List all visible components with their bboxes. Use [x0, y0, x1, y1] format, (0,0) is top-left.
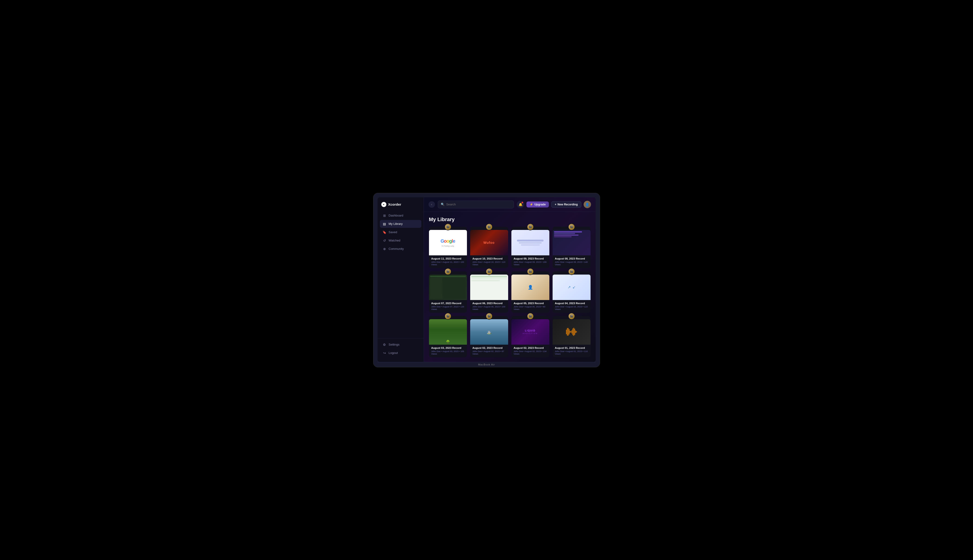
card-info: August 08, 2023 Record John Doe • August… — [553, 255, 590, 268]
sidebar: ● Xcorder ⊞ Dashboard ▤ My Library 🔖 Sav… — [378, 197, 424, 362]
card-thumbnail — [553, 230, 590, 255]
sidebar-item-community[interactable]: ⊕ Community — [380, 245, 421, 253]
card-title: August 05, 2023 Record — [514, 302, 547, 305]
card-info: August 05, 2023 Record John Doe • August… — [512, 300, 549, 313]
card-title: August 01, 2023 Record — [555, 347, 588, 349]
card-meta: John Doe • August 02, 2023 • 87 Views — [473, 350, 506, 355]
card-meta: John Doe • August 01, 2023 • 110 Views — [555, 350, 588, 355]
card-title: August 07, 2023 Record — [431, 302, 465, 305]
header-actions: 🔔 ⚡ Upgrade + New Recording 👤 — [517, 201, 591, 208]
screen: ● Xcorder ⊞ Dashboard ▤ My Library 🔖 Sav… — [378, 197, 596, 362]
recording-card[interactable]: 🎬 August 01, 2023 Record John Doe • Augu… — [553, 316, 590, 357]
card-title: August 03, 2023 Record — [431, 347, 465, 349]
recordings-grid: 🎬 Google I'm Feeling Lucky August 11, 20… — [429, 227, 590, 357]
card-thumbnail: ⛰️ — [470, 319, 508, 345]
logo-area: ● Xcorder — [378, 202, 424, 212]
notification-dot — [522, 202, 523, 203]
card-thumbnail: 👤 — [512, 275, 549, 300]
card-avatar: 🎬 — [568, 268, 575, 275]
sidebar-item-label: Watched — [389, 239, 401, 242]
card-meta: John Doe • August 05, 2023 • 80 Views — [514, 305, 547, 310]
sidebar-item-label: Settings — [389, 343, 400, 346]
notification-button[interactable]: 🔔 — [517, 201, 524, 208]
card-title: August 04, 2023 Record — [555, 302, 588, 305]
card-info: August 09, 2023 Record John Doe • August… — [512, 255, 549, 268]
card-thumbnail: Google I'm Feeling Lucky — [429, 230, 467, 255]
card-avatar: 🎬 — [486, 313, 493, 320]
sidebar-item-label: My Library — [389, 222, 403, 225]
avatar[interactable]: 👤 — [583, 201, 591, 208]
card-title: August 09, 2023 Record — [514, 257, 547, 260]
new-recording-button[interactable]: + New Recording — [551, 201, 581, 208]
card-meta: John Doe • August 09, 2023 • 199 Views — [514, 261, 547, 266]
card-meta: John Doe • August 07, 2023 • 120 Views — [431, 305, 465, 310]
card-info: August 02, 2023 Record John Doe • August… — [512, 345, 549, 357]
sidebar-item-my-library[interactable]: ▤ My Library — [380, 220, 421, 228]
card-title: August 06, 2023 Record — [473, 302, 506, 305]
back-button[interactable]: ‹ — [428, 201, 435, 208]
recording-card[interactable]: 🎬 Google I'm Feeling Lucky August 11, 20… — [429, 227, 467, 268]
card-title: August 08, 2023 Record — [555, 257, 588, 260]
card-meta: John Doe • August 03, 2023 • 105 Views — [431, 350, 465, 355]
card-thumbnail: LIQUID ADDICTION — [512, 319, 549, 345]
logo-text: Xcorder — [388, 202, 401, 206]
recording-card[interactable]: 🎬 August 09, 2023 Record John Doe • Augu… — [512, 227, 549, 268]
card-meta: John Doe • August 10, 2023 • 110 Views — [473, 261, 506, 266]
card-info: August 01, 2023 Record John Doe • August… — [553, 345, 590, 357]
card-avatar: 🎬 — [445, 223, 451, 230]
sidebar-item-saved[interactable]: 🔖 Saved — [380, 228, 421, 236]
card-title: August 02, 2023 Record — [514, 347, 547, 349]
logo-icon: ● — [381, 202, 386, 207]
dashboard-icon: ⊞ — [383, 214, 386, 217]
card-avatar: 🎬 — [445, 313, 451, 320]
upgrade-button[interactable]: ⚡ Upgrade — [527, 202, 549, 207]
search-input[interactable] — [446, 203, 511, 206]
card-info: August 02, 2023 Record John Doe • August… — [470, 345, 508, 357]
sidebar-item-label: Logout — [389, 351, 398, 355]
recording-card[interactable]: 🎬 LIQUID ADDICTION August 02, 2023 Recor… — [512, 316, 549, 357]
card-avatar: 🎬 — [568, 313, 575, 320]
card-info: August 06, 2023 Record John Doe • August… — [470, 300, 508, 313]
sidebar-bottom: ⚙ Settings ↪ Logout — [378, 338, 424, 357]
card-info: August 04, 2023 Record John Doe • August… — [553, 300, 590, 313]
recording-card[interactable]: 🎬 August 08, 2023 Record John Doe • Augu… — [553, 227, 590, 268]
card-thumbnail — [470, 275, 508, 300]
content-area: My Library 🎬 Google I'm Feeling Lucky Au… — [424, 212, 596, 362]
card-avatar: 🎬 — [527, 268, 534, 275]
search-icon: 🔍 — [441, 203, 445, 206]
search-bar[interactable]: 🔍 — [438, 200, 514, 208]
sidebar-item-dashboard[interactable]: ⊞ Dashboard — [380, 212, 421, 220]
card-avatar: 🎬 — [527, 223, 534, 230]
recording-card[interactable]: 🎬 🌳 August 03, 2023 Record John Doe • Au… — [429, 316, 467, 357]
sidebar-item-watched[interactable]: ↺ Watched — [380, 237, 421, 245]
settings-icon: ⚙ — [383, 343, 386, 347]
card-info: August 11, 2023 Record John Doe • August… — [429, 255, 467, 268]
recording-card[interactable]: 🎬 August 06, 2023 Record John Doe • Augu… — [470, 271, 508, 313]
card-meta: John Doe • August 08, 2023 • 140 Views — [555, 261, 588, 266]
card-thumbnail — [512, 230, 549, 255]
sidebar-item-label: Community — [389, 247, 404, 250]
recording-card[interactable]: 🎬 👤 August 05, 2023 Record John Doe • Au… — [512, 271, 549, 313]
recording-card[interactable]: 🎬 Wufoo August 10, 2023 Record John Doe … — [470, 227, 508, 268]
card-meta: John Doe • August 04, 2023 • 122 Views — [555, 305, 588, 310]
card-thumbnail — [553, 319, 590, 345]
card-meta: John Doe • August 06, 2023 • 100 Views — [473, 305, 506, 310]
page-title: My Library — [429, 217, 590, 223]
card-avatar: 🎬 — [445, 268, 451, 275]
sidebar-item-logout[interactable]: ↪ Logout — [380, 349, 421, 357]
card-meta: John Doe • August 02, 2023 • 134 Views — [514, 350, 547, 355]
card-title: August 10, 2023 Record — [473, 257, 506, 260]
sidebar-item-label: Dashboard — [389, 214, 403, 217]
recording-card[interactable]: 🎬 ⛰️ August 02, 2023 Record John Doe • A… — [470, 316, 508, 357]
card-avatar: 🎬 — [486, 268, 493, 275]
sidebar-item-settings[interactable]: ⚙ Settings — [380, 341, 421, 348]
logout-icon: ↪ — [383, 351, 386, 355]
sidebar-item-label: Saved — [389, 230, 397, 234]
recording-card[interactable]: 🎬 August 07, 2023 Record John Doe • Augu… — [429, 271, 467, 313]
recording-card[interactable]: 🎬 ↗ ↙ August 04, 2023 Record John Doe • … — [553, 271, 590, 313]
laptop-frame: ● Xcorder ⊞ Dashboard ▤ My Library 🔖 Sav… — [373, 193, 600, 367]
card-title: August 02, 2023 Record — [473, 347, 506, 349]
card-thumbnail: Wufoo — [470, 230, 508, 255]
saved-icon: 🔖 — [383, 230, 386, 234]
app-container: ● Xcorder ⊞ Dashboard ▤ My Library 🔖 Sav… — [378, 197, 596, 362]
